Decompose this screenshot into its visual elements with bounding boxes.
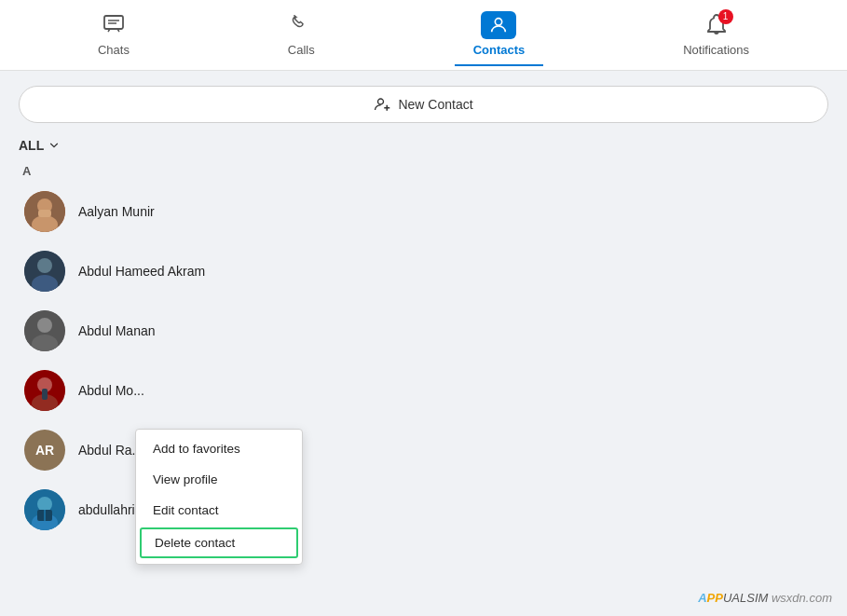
nav-notifications[interactable]: 1 Notifications <box>664 6 768 64</box>
avatar-image <box>24 251 65 292</box>
list-item[interactable]: Abdul Mo... <box>19 361 828 420</box>
bell-icon: 1 <box>705 13 728 39</box>
avatar <box>24 310 65 351</box>
nav-chats[interactable]: Chats <box>79 6 148 64</box>
watermark-text: wsxdn.com <box>772 591 832 605</box>
filter-all-button[interactable]: ALL <box>19 138 61 153</box>
chat-icon <box>102 13 125 39</box>
contacts-icon <box>481 11 516 39</box>
filter-row: ALL <box>19 138 828 153</box>
nav-calls[interactable]: Calls <box>269 6 334 64</box>
nav-contacts[interactable]: Contacts <box>455 4 544 66</box>
context-view-profile[interactable]: View profile <box>136 464 302 495</box>
contact-name: Abdul Ra... <box>78 443 143 458</box>
calls-icon <box>290 13 312 39</box>
nav-contacts-label: Contacts <box>473 43 526 57</box>
avatar <box>24 489 65 530</box>
list-item[interactable]: Abdul Manan <box>19 301 828 361</box>
svg-rect-10 <box>38 210 51 217</box>
avatar: AR <box>24 430 65 471</box>
avatar-image <box>24 191 65 232</box>
avatar <box>24 370 65 411</box>
svg-point-12 <box>37 258 52 273</box>
avatar <box>24 251 65 292</box>
chevron-down-icon <box>48 139 61 152</box>
svg-rect-0 <box>104 16 123 29</box>
contact-name: Abdul Manan <box>78 323 156 338</box>
nav-notifications-label: Notifications <box>683 43 749 57</box>
watermark: APPUALSIM wsxdn.com <box>698 591 832 605</box>
contact-name: Aalyan Munir <box>78 204 155 219</box>
nav-chats-label: Chats <box>98 43 130 57</box>
main-content: New Contact ALL A Aalyan Munir <box>0 71 847 616</box>
nav-calls-label: Calls <box>288 43 315 57</box>
section-a-label: A <box>19 164 828 178</box>
svg-point-15 <box>37 318 52 333</box>
avatar-image <box>24 489 65 530</box>
new-contact-label: New Contact <box>398 97 472 112</box>
list-item[interactable]: Abdul Hameed Akram <box>19 241 828 301</box>
context-add-favorites[interactable]: Add to favorites <box>136 433 302 464</box>
avatar <box>24 191 65 232</box>
context-delete-contact[interactable]: Delete contact <box>140 527 298 558</box>
add-contact-icon <box>374 96 390 113</box>
svg-point-3 <box>496 19 502 25</box>
contact-name: Abdul Hameed Akram <box>78 264 205 279</box>
svg-point-4 <box>378 99 384 104</box>
svg-point-22 <box>37 497 52 512</box>
avatar-image <box>24 370 65 411</box>
contact-name: Abdul Mo... <box>78 383 144 398</box>
notification-badge: 1 <box>718 9 733 24</box>
avatar-initials: AR <box>35 443 54 458</box>
top-navigation: Chats Calls Contacts 1 Notifications <box>0 0 847 71</box>
context-menu: Add to favorites View profile Edit conta… <box>135 429 303 565</box>
new-contact-button[interactable]: New Contact <box>19 86 828 123</box>
list-item[interactable]: Aalyan Munir <box>19 182 828 241</box>
context-edit-contact[interactable]: Edit contact <box>136 495 302 526</box>
svg-rect-20 <box>42 389 48 400</box>
avatar-image <box>24 310 65 351</box>
filter-label: ALL <box>19 138 44 153</box>
